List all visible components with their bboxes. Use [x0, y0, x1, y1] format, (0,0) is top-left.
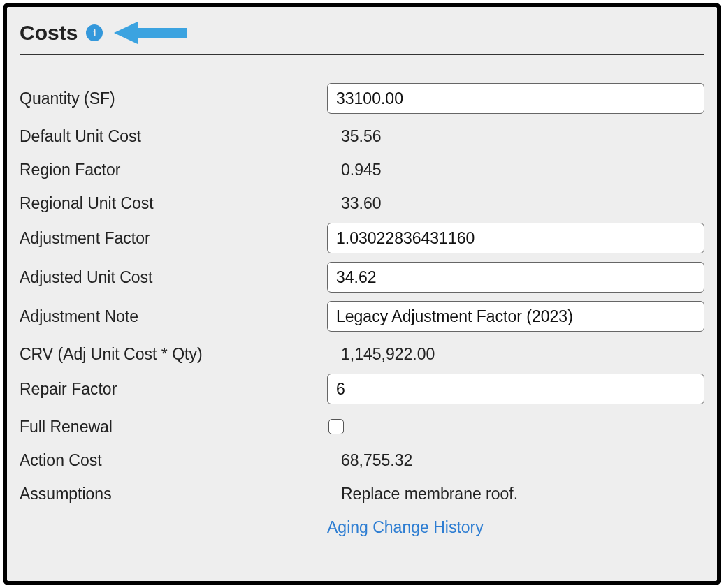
pointer-arrow-icon	[114, 20, 191, 46]
row-adjustment-note: Adjustment Note	[20, 301, 704, 332]
aging-change-history-link[interactable]: Aging Change History	[327, 518, 484, 537]
panel-title: Costs	[20, 21, 78, 45]
info-icon-glyph: i	[93, 27, 96, 39]
row-crv: CRV (Adj Unit Cost * Qty) 1,145,922.00	[20, 340, 704, 368]
label-action-cost: Action Cost	[20, 451, 327, 470]
value-assumptions: Replace membrane roof.	[327, 485, 518, 504]
label-adjusted-unit-cost: Adjusted Unit Cost	[20, 268, 327, 287]
quantity-input[interactable]	[327, 83, 704, 114]
row-full-renewal: Full Renewal	[20, 413, 704, 441]
label-repair-factor: Repair Factor	[20, 380, 327, 399]
label-region-factor: Region Factor	[20, 161, 327, 179]
full-renewal-checkbox[interactable]	[328, 419, 344, 434]
costs-panel: Costs i Quantity (SF)	[3, 3, 721, 585]
label-adjustment-factor: Adjustment Factor	[20, 229, 327, 248]
repair-factor-input[interactable]	[327, 374, 704, 404]
label-regional-unit-cost: Regional Unit Cost	[20, 194, 327, 213]
form-rows: Quantity (SF) Default Unit Cost 35.56 Re…	[20, 83, 704, 541]
svg-marker-0	[114, 22, 187, 44]
row-aging-history-link: Aging Change History	[20, 513, 704, 541]
label-adjustment-note: Adjustment Note	[20, 307, 327, 326]
row-assumptions: Assumptions Replace membrane roof.	[20, 480, 704, 508]
row-action-cost: Action Cost 68,755.32	[20, 446, 704, 474]
value-regional-unit-cost: 33.60	[327, 194, 382, 213]
panel-header: Costs i	[20, 20, 704, 55]
row-regional-unit-cost: Regional Unit Cost 33.60	[20, 189, 704, 217]
row-region-factor: Region Factor 0.945	[20, 156, 704, 184]
row-repair-factor: Repair Factor	[20, 374, 704, 404]
adjusted-unit-cost-input[interactable]	[327, 262, 704, 293]
value-crv: 1,145,922.00	[327, 345, 435, 364]
row-default-unit-cost: Default Unit Cost 35.56	[20, 122, 704, 150]
value-default-unit-cost: 35.56	[327, 127, 382, 146]
label-assumptions: Assumptions	[20, 485, 327, 504]
adjustment-note-input[interactable]	[327, 301, 704, 332]
row-adjustment-factor: Adjustment Factor	[20, 223, 704, 253]
row-quantity: Quantity (SF)	[20, 83, 704, 114]
value-action-cost: 68,755.32	[327, 451, 412, 470]
label-default-unit-cost: Default Unit Cost	[20, 127, 327, 146]
label-full-renewal: Full Renewal	[20, 418, 327, 436]
value-region-factor: 0.945	[327, 161, 382, 179]
adjustment-factor-input[interactable]	[327, 223, 704, 253]
row-adjusted-unit-cost: Adjusted Unit Cost	[20, 262, 704, 293]
info-icon[interactable]: i	[86, 24, 103, 41]
label-crv: CRV (Adj Unit Cost * Qty)	[20, 345, 327, 364]
label-quantity: Quantity (SF)	[20, 89, 327, 108]
